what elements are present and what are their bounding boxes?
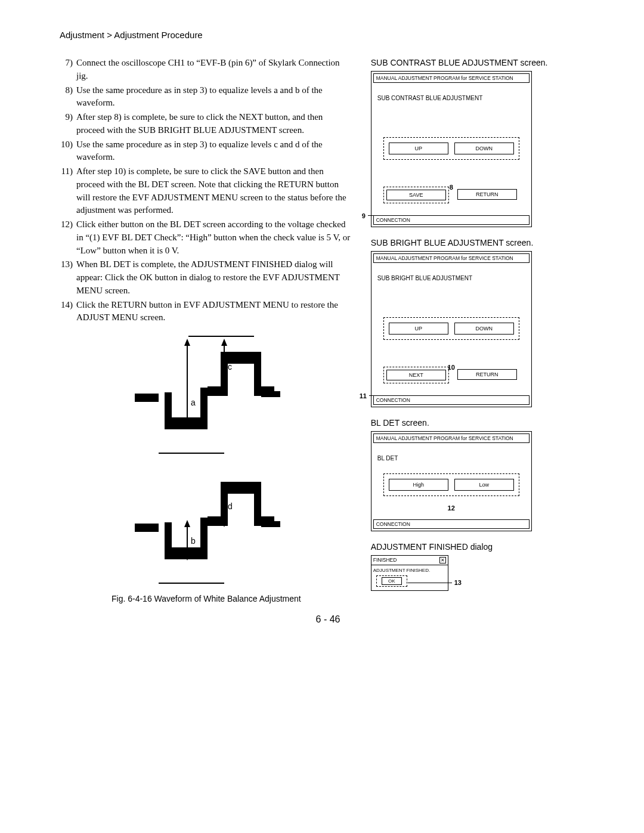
- svg-rect-9: [261, 386, 274, 397]
- label-d: d: [228, 501, 233, 511]
- step-number: 11): [60, 165, 76, 217]
- up-button[interactable]: UP: [389, 143, 448, 154]
- next-box: NEXT: [383, 367, 449, 383]
- procedure-step: 12)Click either button on the BL DET scr…: [60, 218, 353, 257]
- svg-marker-15: [184, 339, 190, 346]
- connection-label: CONNECTION: [373, 215, 530, 225]
- step-number: 7): [60, 57, 76, 83]
- callout-12: 12: [448, 504, 455, 512]
- screen2-panel: MANUAL ADJUSTMENT PROGRAM for SERVICE ST…: [371, 251, 532, 407]
- screen1-titlebar: MANUAL ADJUSTMENT PROGRAM for SERVICE ST…: [373, 73, 530, 83]
- screen3-caption: BL DET screen.: [371, 418, 596, 428]
- callout-11: 11: [360, 392, 367, 400]
- dlg-caption: ADJUSTMENT FINISHED dialog: [371, 542, 596, 552]
- down-button[interactable]: DOWN: [454, 143, 514, 154]
- label-c: c: [228, 362, 232, 371]
- step-number: 12): [60, 218, 76, 257]
- procedure-step: 10)Use the same procedure as in step 3) …: [60, 138, 353, 165]
- procedure-step: 14)Click the RETURN button in EVF ADJUST…: [60, 299, 353, 325]
- svg-rect-8: [254, 352, 261, 396]
- procedure-step: 9)After step 8) is complete, be sure to …: [60, 111, 353, 137]
- svg-rect-18: [135, 524, 159, 532]
- label-b: b: [191, 536, 196, 546]
- procedure-step: 8)Use the same procedure as in step 3) t…: [60, 84, 353, 110]
- screen1-title: SUB CONTRAST BLUE ADJUSTMENT: [377, 95, 525, 101]
- step-text: Connect the oscilloscope CH1 to “EVF-B (…: [76, 57, 353, 83]
- svg-marker-32: [184, 520, 190, 527]
- close-icon[interactable]: ✕: [439, 557, 446, 563]
- breadcrumb: Adjustment > Adjustment Procedure: [60, 30, 596, 40]
- screen3-highlow-area: High Low: [383, 473, 519, 496]
- step-number: 10): [60, 138, 76, 165]
- down-button[interactable]: DOWN: [454, 323, 514, 335]
- screen2-titlebar: MANUAL ADJUSTMENT PROGRAM for SERVICE ST…: [373, 253, 530, 263]
- screen1-updown-area: UP DOWN: [383, 137, 519, 160]
- svg-marker-12: [221, 339, 227, 346]
- svg-rect-4: [200, 388, 208, 429]
- connection-label: CONNECTION: [373, 395, 530, 405]
- svg-rect-24: [228, 482, 254, 494]
- callout-9: 9: [362, 212, 366, 219]
- svg-rect-19: [165, 522, 172, 559]
- svg-rect-22: [208, 516, 221, 526]
- procedure-steps: 7)Connect the oscilloscope CH1 to “EVF-B…: [60, 57, 353, 324]
- svg-rect-1: [135, 394, 159, 402]
- finished-dialog: FINISHED ✕ ADJUSTMENT FINISHED. OK: [371, 555, 448, 591]
- step-text: Use the same procedure as in step 3) to …: [76, 84, 353, 110]
- screen2-title: SUB BRIGHT BLUE ADJUSTMENT: [377, 275, 525, 281]
- waveform-figure: c a: [60, 334, 353, 603]
- screen1-panel: MANUAL ADJUSTMENT PROGRAM for SERVICE ST…: [371, 71, 532, 227]
- save-box: SAVE: [383, 187, 449, 203]
- svg-rect-5: [208, 386, 221, 396]
- screen2-caption: SUB BRIGHT BLUE ADJUSTMENT screen.: [371, 238, 596, 247]
- low-button[interactable]: Low: [454, 479, 514, 491]
- return-box: RETURN: [455, 367, 519, 383]
- screen3-title: BL DET: [377, 455, 525, 462]
- figure-caption: Fig. 6-4-16 Waveform of White Balance Ad…: [60, 594, 353, 603]
- screen3-panel: MANUAL ADJUSTMENT PROGRAM for SERVICE ST…: [371, 431, 532, 531]
- connection-label: CONNECTION: [373, 519, 530, 529]
- svg-rect-2: [165, 392, 172, 429]
- step-number: 9): [60, 111, 76, 137]
- page-number: 6 - 46: [60, 614, 596, 625]
- step-text: Click the RETURN button in EVF ADJUSTMEN…: [76, 299, 353, 325]
- step-number: 14): [60, 299, 76, 325]
- step-text: Click either button on the BL DET screen…: [76, 218, 353, 257]
- svg-rect-26: [261, 516, 274, 527]
- return-button[interactable]: RETURN: [457, 369, 517, 380]
- step-text: After step 10) is complete, be sure to c…: [76, 165, 353, 217]
- up-button[interactable]: UP: [389, 323, 448, 335]
- return-button[interactable]: RETURN: [457, 189, 517, 200]
- screen1-caption: SUB CONTRAST BLUE ADJUSTMENT screen.: [371, 58, 596, 67]
- svg-rect-10: [274, 391, 280, 397]
- step-number: 13): [60, 258, 76, 297]
- screen2-updown-area: UP DOWN: [383, 317, 519, 340]
- ok-button[interactable]: OK: [382, 577, 402, 585]
- procedure-step: 13)When BL DET is complete, the ADJUSTME…: [60, 258, 353, 297]
- callout-13: 13: [454, 579, 462, 586]
- return-box: RETURN: [455, 187, 519, 203]
- save-button[interactable]: SAVE: [386, 190, 446, 200]
- next-button[interactable]: NEXT: [386, 370, 446, 380]
- label-a: a: [191, 398, 196, 407]
- procedure-step: 11)After step 10) is complete, be sure t…: [60, 165, 353, 217]
- step-text: After step 8) is complete, be sure to cl…: [76, 111, 353, 137]
- step-text: When BL DET is complete, the ADJUSTMENT …: [76, 258, 353, 297]
- high-button[interactable]: High: [389, 479, 448, 491]
- svg-rect-27: [274, 521, 280, 527]
- dlg-header: FINISHED: [373, 557, 397, 563]
- procedure-step: 7)Connect the oscilloscope CH1 to “EVF-B…: [60, 57, 353, 83]
- screen3-titlebar: MANUAL ADJUSTMENT PROGRAM for SERVICE ST…: [373, 433, 530, 443]
- svg-rect-25: [254, 482, 261, 526]
- dlg-message: ADJUSTMENT FINISHED.: [371, 565, 448, 574]
- svg-rect-21: [200, 518, 208, 559]
- step-text: Use the same procedure as in step 3) to …: [76, 138, 353, 165]
- step-number: 8): [60, 84, 76, 110]
- ok-box: OK: [376, 575, 407, 587]
